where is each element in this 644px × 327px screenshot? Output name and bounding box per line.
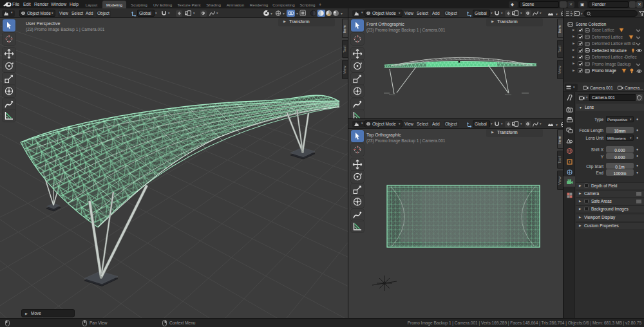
svg-text:▼: ▼ [555,123,558,127]
svg-text:▼: ▼ [555,12,558,16]
svg-text:▼: ▼ [296,12,299,15]
svg-text:▼: ▼ [340,12,343,15]
svg-text:▼: ▼ [282,12,285,15]
svg-text:▼: ▼ [270,12,273,15]
